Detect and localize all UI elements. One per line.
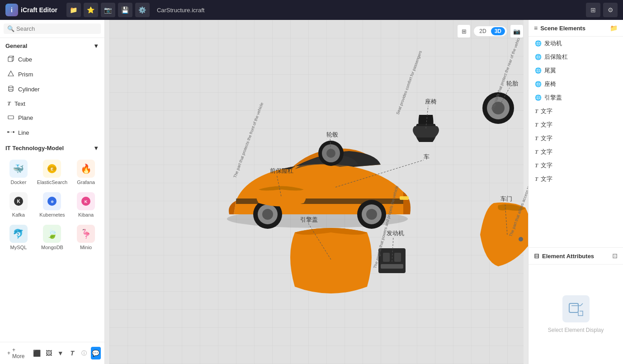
plus-icon: + (7, 350, 10, 356)
cylinder-icon (7, 85, 14, 94)
logo-icon: i (5, 4, 18, 16)
sidebar-item-plane[interactable]: Plane (0, 110, 104, 125)
it-item-elasticsearch[interactable]: E ElasticSearch (35, 157, 69, 188)
scene-item-text5[interactable]: T 文字 (529, 159, 623, 172)
scene-item-text4[interactable]: T 文字 (529, 145, 623, 159)
scene-item-engine[interactable]: 🌐 发动机 (529, 37, 623, 50)
left-sidebar: 🔍 General ▼ Cube (0, 20, 105, 364)
it-label: IT Technology-Model (5, 145, 64, 151)
open-file-icon[interactable]: 📁 (66, 3, 81, 17)
sidebar-content: General ▼ Cube (0, 38, 104, 342)
sidebar-item-cylinder[interactable]: Cylinder (0, 82, 104, 97)
svg-point-5 (9, 90, 13, 91)
sidebar-item-cube[interactable]: Cube (0, 52, 104, 67)
scene-item-rear-label: 后保险杠 (544, 53, 568, 61)
globe-icon-seat: 🌐 (535, 81, 542, 87)
chevron-bottom-icon[interactable]: ▼ (56, 347, 66, 359)
scene-item-text2-label: 文字 (541, 121, 552, 129)
plane-icon (7, 113, 14, 122)
cube-shape-icon (7, 55, 14, 64)
screenshot-canvas-icon[interactable]: 📷 (510, 24, 524, 38)
text-icon-4: T (535, 149, 538, 156)
scene-item-text2[interactable]: T 文字 (529, 118, 623, 132)
save-icon[interactable]: 💾 (118, 3, 132, 17)
docker-label: Docker (11, 180, 27, 185)
hood-part (290, 228, 372, 293)
scene-item-text6-label: 文字 (541, 175, 552, 183)
toggle-3d[interactable]: 3D (491, 27, 505, 35)
scene-item-text6[interactable]: T 文字 (529, 172, 623, 186)
select-element-label: Select Element Display (548, 327, 604, 333)
canvas-area[interactable]: ⊞ 2D 3D 📷 (105, 20, 528, 364)
scene-item-text5-label: 文字 (541, 161, 552, 170)
star-icon[interactable]: ⭐ (84, 3, 98, 17)
toggle-2d[interactable]: 2D (476, 27, 490, 35)
element-attributes-panel: ⊟ Element Attributes ⊡ Select Element Di… (529, 247, 623, 364)
grid-view-icon[interactable]: ⊞ (457, 24, 471, 38)
scene-item-text1-label: 文字 (541, 107, 552, 115)
it-item-mysql[interactable]: 🐬 MySQL (4, 222, 33, 253)
scene-item-text1[interactable]: T 文字 (529, 104, 623, 118)
scene-item-hood[interactable]: 🌐 引擎盖 (529, 91, 623, 104)
plane-label: Plane (18, 114, 33, 121)
settings2-icon[interactable]: ⚙ (603, 3, 618, 17)
it-item-kafka[interactable]: K Kafka (4, 189, 33, 220)
sidebar-item-line[interactable]: Line (0, 125, 104, 140)
it-item-kibana[interactable]: K Kibana (71, 189, 101, 220)
sidebar-item-prism[interactable]: Prism (0, 67, 104, 82)
sidebar-bottom: + + More ⬛ 🖼 ▼ T ⓘ 💬 (0, 342, 104, 364)
it-item-minio[interactable]: 🦩 Minio (71, 222, 101, 253)
it-item-kubernetes[interactable]: ☸ Kubernetes (35, 189, 69, 220)
search-input[interactable] (16, 25, 97, 32)
scene-item-rear-bumper[interactable]: 🌐 后保险杠 (529, 50, 623, 64)
general-section-header[interactable]: General ▼ (0, 38, 104, 52)
chevron-down-icon: ▼ (93, 43, 99, 49)
label-luntai: 轮胎 (506, 80, 518, 87)
element-attributes-label: Element Attributes (542, 253, 594, 260)
camera-icon[interactable]: 📷 (101, 3, 115, 17)
text-icon-2: T (535, 122, 538, 128)
scene-canvas[interactable]: 轮胎 座椅 轮毂 后保险杠 前保险杠 引擎盖 发动机 车 车门 (105, 20, 528, 364)
label-qian-bxg: 前保险杠 (270, 167, 293, 174)
line-icon (7, 128, 14, 137)
scene-item-hood-label: 引擎盖 (544, 94, 562, 102)
it-item-grafana[interactable]: 🔥 Grafana (71, 157, 101, 188)
more-button[interactable]: + + More (4, 345, 28, 361)
kafka-label: Kafka (12, 212, 25, 217)
scene-item-text3[interactable]: T 文字 (529, 132, 623, 145)
scene-item-tail-label: 尾翼 (544, 66, 556, 75)
it-section-header[interactable]: IT Technology-Model ▼ (0, 140, 104, 155)
scene-item-tailwing[interactable]: 🌐 尾翼 (529, 64, 623, 77)
it-item-docker[interactable]: 🐳 Docker (4, 157, 33, 188)
grafana-label: Grafana (77, 180, 95, 185)
svg-text:E: E (51, 167, 53, 171)
more-label: + More (12, 347, 24, 359)
layout-icon[interactable]: ⊞ (586, 3, 600, 17)
settings-icon[interactable]: ⚙️ (135, 3, 150, 17)
it-item-mongodb[interactable]: 🍃 MongoDB (35, 222, 69, 253)
canvas-toolbar: ⊞ 2D 3D 📷 (457, 24, 524, 38)
scene-folder-icon[interactable]: 📁 (610, 24, 618, 32)
attr-panel-icon: ⊟ (534, 252, 539, 260)
svg-text:K: K (85, 199, 88, 204)
mongodb-label: MongoDB (41, 245, 63, 250)
attr-expand-icon[interactable]: ⊡ (612, 252, 618, 260)
cube-bottom-icon[interactable]: ⬛ (32, 347, 42, 359)
scene-item-seat[interactable]: 🌐 座椅 (529, 77, 623, 91)
app-logo: i iCraft Editor (5, 4, 57, 16)
view-toggle: 2D 3D (473, 26, 507, 37)
scene-elements-header: ≡ Scene Elements 📁 (529, 20, 623, 37)
text-shape-icon: T (7, 100, 11, 107)
label-che: 车 (424, 153, 429, 160)
image-icon[interactable]: 🖼 (44, 347, 54, 359)
label-lungu: 轮毂 (326, 131, 338, 138)
text-bottom-icon[interactable]: T (67, 347, 77, 359)
cube-label: Cube (18, 56, 32, 63)
sidebar-item-text[interactable]: T Text (0, 97, 104, 110)
scene-item-seat-label: 座椅 (544, 80, 556, 88)
text-label: Text (14, 100, 25, 107)
main-layout: 🔍 General ▼ Cube (0, 20, 623, 364)
it-chevron-icon: ▼ (93, 145, 99, 151)
info-icon[interactable]: ⓘ (79, 347, 89, 359)
chat-icon[interactable]: 💬 (91, 347, 101, 359)
